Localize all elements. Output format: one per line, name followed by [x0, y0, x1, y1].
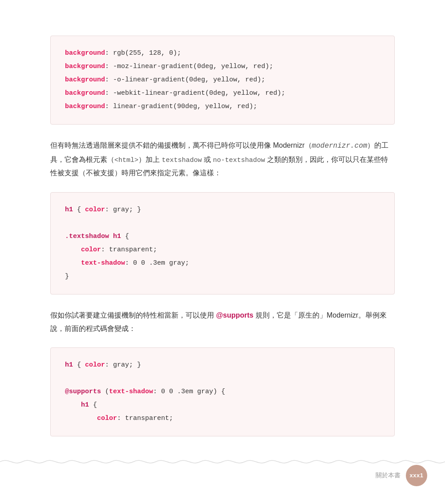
page-content: background: rgb(255, 128, 0); background…	[0, 0, 445, 486]
code-block-3: h1 { color: gray; } @supports (text-shad…	[50, 347, 395, 436]
code-line-color-transparent-2: color: transparent;	[65, 412, 380, 425]
code-block-1: background: rgb(255, 128, 0); background…	[50, 36, 395, 125]
paragraph-1: 但有時無法透過階層來提供不錯的備援機制，萬不得已時你可以使用像 Moderniz…	[50, 139, 395, 180]
code-line-2: background: -moz-linear-gradient(0deg, y…	[65, 60, 380, 73]
footer-text: 關於本書	[376, 470, 400, 481]
at-supports: @supports	[65, 388, 101, 395]
code-line-empty-1	[65, 217, 380, 230]
code-line-text-shadow: text-shadow: 0 0 .3em gray;	[65, 257, 380, 270]
code-line-3: background: -o-linear-gradient(0deg, yel…	[65, 73, 380, 87]
paragraph-2: 假如你試著要建立備援機制的特性相當新，可以使用 @supports 規則，它是「…	[50, 309, 395, 335]
prop-color-3: color	[85, 361, 105, 369]
prop-text-shadow: text-shadow	[81, 259, 125, 267]
code-line-close-brace: }	[65, 270, 380, 283]
code-block-2: h1 { color: gray; } .textshadow h1 { col…	[50, 192, 395, 294]
supports-keyword: @supports	[216, 311, 253, 319]
prop-color-1: color	[85, 206, 105, 214]
prop-color-2: color	[81, 246, 101, 254]
code-line-4: background: -webkit-linear-gradient(0deg…	[65, 87, 380, 100]
selector-h1-2: h1	[113, 233, 121, 240]
selector-h1-3: h1	[65, 361, 73, 369]
code-line-5: background: linear-gradient(90deg, yello…	[65, 100, 380, 113]
selector-textshadow: .textshadow	[65, 233, 109, 240]
prop-background-5: background	[65, 103, 105, 110]
prop-background-2: background	[65, 63, 105, 70]
selector-h1-4: h1	[81, 401, 89, 409]
prop-background-4: background	[65, 89, 105, 97]
code-line-h1: h1 { color: gray; }	[65, 203, 380, 217]
code-line-1: background: rgb(255, 128, 0);	[65, 47, 380, 60]
footer: 關於本書 xxx1	[376, 465, 427, 486]
selector-h1: h1	[65, 206, 73, 214]
prop-background-3: background	[65, 76, 105, 84]
code-line-h1-inner: h1 {	[65, 399, 380, 412]
code-line-h1-3: h1 { color: gray; }	[65, 359, 380, 372]
prop-background-1: background	[65, 49, 105, 57]
code-line-textshadow: .textshadow h1 {	[65, 230, 380, 243]
prop-color-4: color	[97, 415, 117, 422]
code-line-empty-2	[65, 372, 380, 385]
footer-logo[interactable]: xxx1	[406, 465, 427, 486]
prop-text-shadow-2: text-shadow	[109, 388, 153, 395]
code-line-supports: @supports (text-shadow: 0 0 .3em gray) {	[65, 385, 380, 399]
code-line-color-transparent: color: transparent;	[65, 243, 380, 257]
